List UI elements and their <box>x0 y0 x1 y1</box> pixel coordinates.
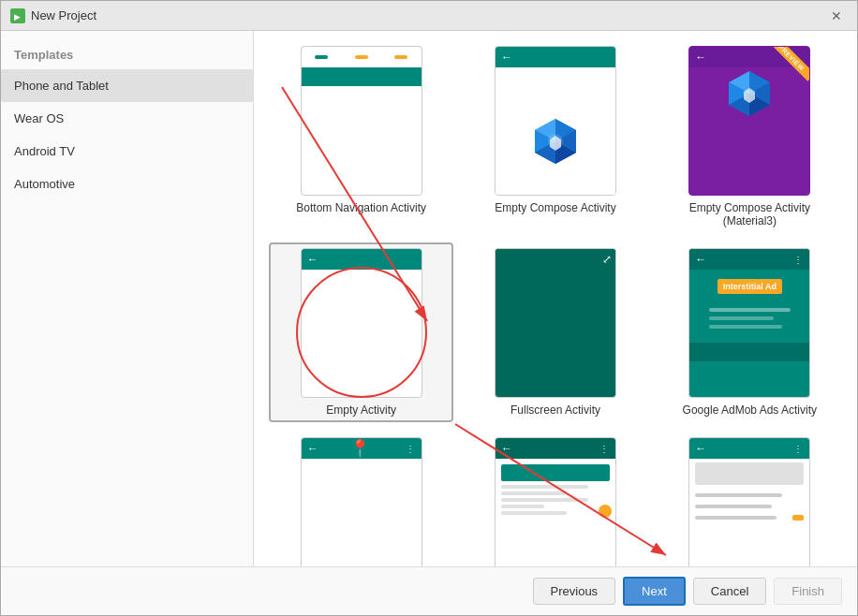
template-grid: ←⋮ Bottom Navigation Activity <box>269 40 842 566</box>
cancel-button[interactable]: Cancel <box>693 578 766 605</box>
main-content: Templates Phone and Tablet Wear OS Andro… <box>1 31 857 566</box>
next-button[interactable]: Next <box>623 577 686 606</box>
template-preview-empty-compose: ← <box>495 46 616 196</box>
template-label-empty-compose-m3: Empty Compose Activity (Material3) <box>663 201 836 227</box>
template-preview-fullscreen: ⤢ <box>495 248 616 398</box>
sidebar-item-android-tv[interactable]: Android TV <box>1 135 253 168</box>
title-bar: ▶ New Project ✕ <box>1 1 857 31</box>
new-project-dialog: ▶ New Project ✕ Templates Phone and Tabl… <box>0 0 858 616</box>
template-area: ←⋮ Bottom Navigation Activity <box>254 31 857 566</box>
template-navigation[interactable]: ←⋮ Navigation Drawer Activity <box>658 432 842 566</box>
template-label-empty-compose: Empty Compose Activity <box>495 201 615 214</box>
preview-badge: PREVIEW <box>772 47 809 84</box>
template-preview-maps: ←⋮ 📍 <box>301 437 422 566</box>
close-button[interactable]: ✕ <box>825 7 848 25</box>
previous-button[interactable]: Previous <box>533 578 616 605</box>
template-label-empty-activity: Empty Activity <box>326 403 396 417</box>
sidebar-item-phone-tablet[interactable]: Phone and Tablet <box>1 69 253 102</box>
bottom-bar: Previous Next Cancel Finish <box>1 566 857 615</box>
template-empty-activity[interactable]: ← Empty Activity <box>269 242 453 422</box>
template-admob[interactable]: ←⋮ Interstitial Ad Google AdMob Ads Acti… <box>658 242 842 422</box>
template-scrolling[interactable]: ←⋮ Scrolling Activity <box>463 432 647 566</box>
template-bottom-nav[interactable]: ←⋮ Bottom Navigation Activity <box>269 40 453 233</box>
sidebar-heading: Templates <box>1 40 253 69</box>
template-label-bottom-nav: Bottom Navigation Activity <box>296 201 426 214</box>
template-empty-compose[interactable]: ← <box>463 40 647 233</box>
selection-circle <box>296 267 427 398</box>
template-preview-admob: ←⋮ Interstitial Ad <box>688 248 810 398</box>
svg-text:▶: ▶ <box>14 12 21 22</box>
template-preview-navigation: ←⋮ <box>688 437 810 566</box>
template-preview-bottom-nav: ←⋮ <box>301 46 422 196</box>
template-preview-empty-compose-m3: ← <box>688 46 810 196</box>
interstitial-ad-badge: Interstitial Ad <box>717 279 782 294</box>
title-bar-left: ▶ New Project <box>10 8 96 23</box>
template-maps[interactable]: ←⋮ 📍 Google Maps Activi <box>269 432 453 566</box>
sidebar-item-wear-os[interactable]: Wear OS <box>1 102 253 135</box>
sidebar: Templates Phone and Tablet Wear OS Andro… <box>1 31 254 566</box>
map-marker-icon: 📍 <box>349 438 370 459</box>
template-label-fullscreen: Fullscreen Activity <box>510 403 600 417</box>
template-empty-compose-m3[interactable]: ← <box>658 40 842 233</box>
template-preview-scrolling: ←⋮ <box>495 437 616 566</box>
sidebar-item-automotive[interactable]: Automotive <box>1 168 253 200</box>
template-label-admob: Google AdMob Ads Activity <box>683 403 817 417</box>
finish-button[interactable]: Finish <box>774 578 842 605</box>
app-icon: ▶ <box>10 8 25 23</box>
template-fullscreen[interactable]: ⤢ Fullscreen Activity <box>463 242 647 422</box>
dialog-title: New Project <box>31 8 96 22</box>
